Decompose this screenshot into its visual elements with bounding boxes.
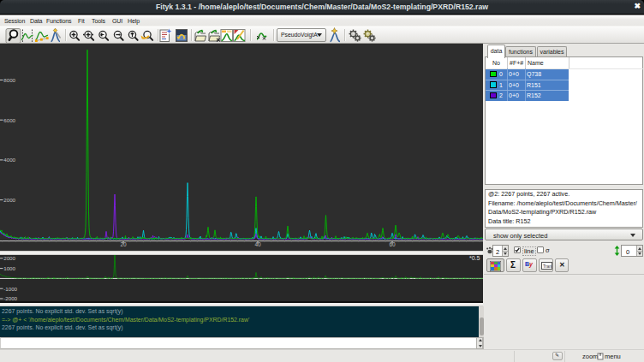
svg-text:4000: 4000 <box>3 157 15 163</box>
svg-text:40: 40 <box>254 241 261 247</box>
svg-text:8000: 8000 <box>3 77 15 83</box>
svg-text:1000: 1000 <box>3 265 15 271</box>
svg-text:2000: 2000 <box>3 255 15 261</box>
svg-text:2000: 2000 <box>3 197 15 203</box>
svg-text:-2000: -2000 <box>3 295 17 301</box>
svg-text:6000: 6000 <box>3 117 15 123</box>
svg-text:-1000: -1000 <box>3 286 17 292</box>
svg-text:Tran: Tran <box>543 264 552 269</box>
svg-text:*0.5: *0.5 <box>469 255 480 261</box>
svg-text:60: 60 <box>389 241 396 247</box>
svg-text:20: 20 <box>120 241 127 247</box>
